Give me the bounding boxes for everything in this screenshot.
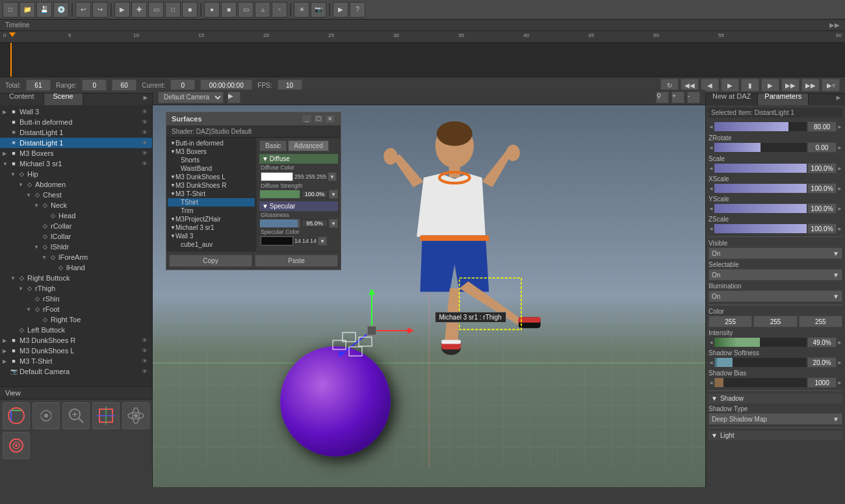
surf-m3tshirt[interactable]: ▼M3 T-Shirt [168,190,255,198]
total-input[interactable] [26,79,51,91]
plane-tool[interactable]: ▫ [272,2,287,18]
surf-wall3[interactable]: ▼Wall 3 [168,232,255,240]
render-tool[interactable]: ▶ [333,2,348,18]
glossiness-val[interactable]: 95.0% [302,220,328,227]
cylinder-tool[interactable]: ▭ [238,2,254,18]
zrotate-right-arrow[interactable]: ► [837,124,842,130]
end-btn[interactable]: ▶▿ [822,79,840,92]
yscale-value[interactable]: 100.0% [807,203,837,214]
tree-item-dl1a[interactable]: ☀ DistantLight 1 👁 [0,127,152,138]
camera-select[interactable]: Default Camera [158,92,224,103]
surf-tshirt[interactable]: TShirt [168,198,255,207]
scene-tree[interactable]: ▶ ■ Wall 3 👁 ■ Butt-in deformed 👁 ☀ Dist… [0,105,152,386]
param2-value[interactable]: 0.00 [807,142,837,153]
surf-m3dunkshoesr[interactable]: ▼M3 DunkShoes R [168,181,255,190]
light-tool[interactable]: ☀ [294,2,309,18]
tree-item-leftbuttock[interactable]: ◇ Left Buttock [0,325,152,335]
tree-item-rshin[interactable]: ◇ rShin [0,294,152,304]
zscale-slider[interactable] [714,224,807,233]
eye-m3boxers[interactable]: 👁 [139,149,150,158]
diffuse-color-swatch[interactable] [261,172,293,181]
tree-item-rcollar[interactable]: ◇ rCollar [0,221,152,231]
scale-tool[interactable]: □ [165,2,181,18]
saveas-button[interactable]: 💿 [53,2,69,18]
zrotate-left-arrow[interactable]: ◄ [708,124,714,130]
step-fwd-btn[interactable]: ▶▶ [781,79,800,92]
surf-michael3sr1[interactable]: ▼Michael 3 sr1 [168,223,255,232]
tree-item-abdomen[interactable]: ▼ ◇ Abdomen [0,179,152,190]
eye-butt[interactable]: 👁 [139,118,150,127]
view-target-btn[interactable] [3,432,30,459]
view-orbit-btn[interactable] [122,402,150,429]
shadow-softness-value[interactable]: 20.0% [807,357,837,368]
shadow-bias-value[interactable]: 10 00 [807,377,837,388]
eye-wall3[interactable]: 👁 [139,107,150,116]
eye-defaultcam[interactable]: 👁 [139,367,150,376]
xscale-value[interactable]: 100.0% [807,183,837,194]
move-tool[interactable]: ✚ [131,2,147,18]
surf-cube1auv[interactable]: cube1_auv [168,240,255,249]
tree-item-lhand[interactable]: ◇ lHand [0,262,152,273]
zrotate-value[interactable]: 80.00 [807,121,837,132]
zscale-right-arrow[interactable]: ► [837,226,842,232]
zrotate-slider[interactable] [714,122,807,131]
camera-tool[interactable]: 📷 [311,2,326,18]
diffuse-color-btn[interactable]: ▼ [328,172,337,181]
select-tool[interactable]: ▶ [114,2,130,18]
diffuse-strength-val[interactable]: 100.0% [302,190,328,198]
eye-m3tshirt[interactable]: 👁 [139,357,150,366]
undo-button[interactable]: ↩ [75,2,91,18]
range-start-input[interactable] [82,79,107,91]
tree-item-rightbuttock[interactable]: ▼ ◇ Right Buttock [0,273,152,283]
intensity-right-arrow[interactable]: ► [837,340,842,346]
eye-m3dsr[interactable]: 👁 [139,336,150,345]
cube-tool[interactable]: ■ [221,2,237,18]
cone-tool[interactable]: ▵ [255,2,270,18]
tree-item-lforearm[interactable]: ▼ ◇ lForeArm [0,252,152,262]
tree-item-head[interactable]: ◇ Head [0,210,152,221]
tree-item-lcollar[interactable]: ◇ lCollar [0,231,152,242]
sphere-tool[interactable]: ● [204,2,220,18]
rotate-tool[interactable]: ▭ [148,2,164,18]
scale-right-arrow[interactable]: ► [837,166,842,171]
spec-color-btn[interactable]: ▼ [318,236,327,246]
surf-trim[interactable]: Trim [168,207,255,215]
spec-color-swatch[interactable] [261,236,293,246]
tree-item-m3dunkshoesl[interactable]: ▶ ■ M3 DunkShoes L 👁 [0,346,152,356]
sb-right-arrow[interactable]: ► [837,380,842,386]
eye-m3dsl[interactable]: 👁 [139,346,150,355]
range-end-input[interactable] [112,79,136,91]
redo-button[interactable]: ↪ [92,2,108,18]
save-button[interactable]: 💾 [36,2,52,18]
color-b-input[interactable]: 255 [799,316,842,327]
tree-item-m3tshirt[interactable]: ▶ ■ M3 T-Shirt 👁 [0,356,152,366]
ss-right-arrow[interactable]: ► [837,360,842,366]
surf-shorts[interactable]: Shorts [168,156,255,164]
viewport-zoom-out[interactable]: - [687,92,700,103]
eye-michael3[interactable]: 👁 [139,159,150,168]
tree-item-m3dunkshoesr[interactable]: ▶ ■ M3 DunkShoes R 👁 [0,335,152,346]
intensity-slider[interactable] [714,338,807,347]
diffuse-strength-btn[interactable]: ▼ [329,190,338,199]
ss-left-arrow[interactable]: ◄ [708,360,714,366]
tree-item-defaultcam[interactable]: 📷 Default Camera 👁 [0,366,152,377]
playhead[interactable] [10,43,12,77]
next-frame-btn[interactable]: ▶▶ [801,79,820,92]
tree-item-rthigh[interactable]: ▼ ◇ rThigh [0,283,152,294]
surfaces-tree[interactable]: ▼Butt-in deformed ▼M3 Boxers Shorts Wais… [166,138,257,251]
universal-tool[interactable]: ■ [182,2,198,18]
surf-tab-advanced[interactable]: Advanced [288,140,328,151]
surf-m3projectzhair[interactable]: ▼M3ProjectZHair [168,215,255,223]
surf-m3boxers[interactable]: ▼M3 Boxers [168,147,255,156]
color-g-input[interactable]: 255 [753,316,797,327]
intensity-value[interactable]: 49.0% [807,337,837,347]
tree-item-dl1b[interactable]: ☀ DistantLight 1 👁 [0,138,152,148]
tree-item-hip[interactable]: ▼ ◇ Hip [0,169,152,179]
surfaces-minimize[interactable]: _ [302,114,312,123]
tree-item-butt[interactable]: ■ Butt-in deformed 👁 [0,117,152,127]
copy-btn[interactable]: Copy [169,255,252,267]
zscale-left-arrow[interactable]: ◄ [708,226,714,232]
paste-btn[interactable]: Paste [255,255,338,267]
timeline-track[interactable] [0,43,845,77]
new-button[interactable]: □ [3,2,18,18]
